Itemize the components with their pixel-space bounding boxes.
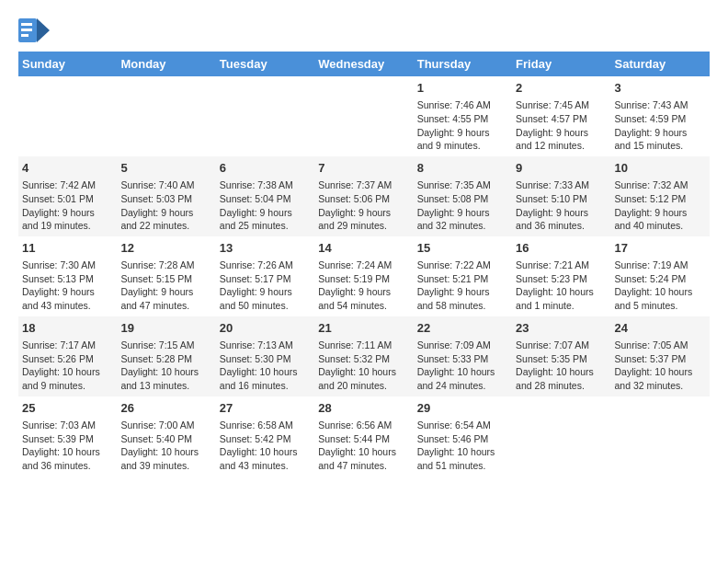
- day-info: Sunrise: 7:28 AM Sunset: 5:15 PM Dayligh…: [120, 259, 211, 313]
- weekday-header: Sunday: [18, 52, 117, 76]
- calendar-cell: 19Sunrise: 7:15 AM Sunset: 5:28 PM Dayli…: [117, 316, 215, 396]
- day-number: 29: [417, 400, 508, 417]
- day-info: Sunrise: 7:35 AM Sunset: 5:08 PM Dayligh…: [417, 178, 508, 233]
- day-number: 10: [615, 160, 706, 177]
- calendar-cell: 13Sunrise: 7:26 AM Sunset: 5:17 PM Dayli…: [216, 236, 314, 316]
- day-info: Sunrise: 7:32 AM Sunset: 5:12 PM Dayligh…: [615, 178, 706, 233]
- day-info: Sunrise: 7:03 AM Sunset: 5:39 PM Dayligh…: [22, 419, 113, 473]
- day-number: 28: [318, 400, 409, 417]
- calendar-cell: [216, 76, 314, 156]
- svg-rect-2: [21, 23, 32, 26]
- day-info: Sunrise: 7:15 AM Sunset: 5:28 PM Dayligh…: [120, 339, 211, 393]
- svg-marker-1: [37, 18, 50, 42]
- day-number: 20: [220, 320, 311, 337]
- calendar-week-row: 25Sunrise: 7:03 AM Sunset: 5:39 PM Dayli…: [18, 396, 710, 477]
- calendar-cell: 24Sunrise: 7:05 AM Sunset: 5:37 PM Dayli…: [611, 316, 710, 396]
- day-info: Sunrise: 7:37 AM Sunset: 5:06 PM Dayligh…: [318, 178, 409, 233]
- day-info: Sunrise: 7:30 AM Sunset: 5:13 PM Dayligh…: [22, 259, 113, 313]
- calendar-table: SundayMondayTuesdayWednesdayThursdayFrid…: [18, 52, 710, 477]
- day-number: 12: [120, 240, 211, 257]
- calendar-cell: 20Sunrise: 7:13 AM Sunset: 5:30 PM Dayli…: [216, 316, 314, 396]
- calendar-cell: 18Sunrise: 7:17 AM Sunset: 5:26 PM Dayli…: [18, 316, 117, 396]
- calendar-cell: [512, 396, 610, 477]
- calendar-cell: 25Sunrise: 7:03 AM Sunset: 5:39 PM Dayli…: [18, 396, 117, 477]
- calendar-week-row: 11Sunrise: 7:30 AM Sunset: 5:13 PM Dayli…: [18, 236, 710, 316]
- calendar-cell: [18, 76, 117, 156]
- calendar-cell: 22Sunrise: 7:09 AM Sunset: 5:33 PM Dayli…: [414, 316, 512, 396]
- day-info: Sunrise: 7:17 AM Sunset: 5:26 PM Dayligh…: [22, 339, 113, 393]
- day-info: Sunrise: 7:09 AM Sunset: 5:33 PM Dayligh…: [417, 339, 508, 393]
- calendar-cell: 12Sunrise: 7:28 AM Sunset: 5:15 PM Dayli…: [117, 236, 215, 316]
- day-number: 27: [220, 400, 311, 417]
- calendar-week-row: 18Sunrise: 7:17 AM Sunset: 5:26 PM Dayli…: [18, 316, 710, 396]
- calendar-cell: 9Sunrise: 7:33 AM Sunset: 5:10 PM Daylig…: [512, 156, 610, 236]
- day-number: 19: [120, 320, 211, 337]
- calendar-cell: 4Sunrise: 7:42 AM Sunset: 5:01 PM Daylig…: [18, 156, 117, 236]
- day-number: 1: [417, 80, 508, 97]
- day-info: Sunrise: 7:24 AM Sunset: 5:19 PM Dayligh…: [318, 259, 409, 313]
- calendar-cell: 6Sunrise: 7:38 AM Sunset: 5:04 PM Daylig…: [216, 156, 314, 236]
- calendar-cell: 1Sunrise: 7:46 AM Sunset: 4:55 PM Daylig…: [414, 76, 512, 156]
- calendar-cell: 2Sunrise: 7:45 AM Sunset: 4:57 PM Daylig…: [512, 76, 610, 156]
- svg-rect-4: [21, 34, 28, 37]
- logo-icon: [18, 18, 50, 42]
- weekday-header: Friday: [512, 52, 610, 76]
- calendar-cell: 21Sunrise: 7:11 AM Sunset: 5:32 PM Dayli…: [314, 316, 413, 396]
- calendar-cell: 8Sunrise: 7:35 AM Sunset: 5:08 PM Daylig…: [414, 156, 512, 236]
- day-number: 14: [318, 240, 409, 257]
- day-info: Sunrise: 7:05 AM Sunset: 5:37 PM Dayligh…: [615, 339, 706, 393]
- day-info: Sunrise: 7:11 AM Sunset: 5:32 PM Dayligh…: [318, 339, 409, 393]
- calendar-cell: 7Sunrise: 7:37 AM Sunset: 5:06 PM Daylig…: [314, 156, 413, 236]
- calendar-cell: 28Sunrise: 6:56 AM Sunset: 5:44 PM Dayli…: [314, 396, 413, 477]
- day-number: 6: [220, 160, 311, 177]
- weekday-header: Thursday: [414, 52, 512, 76]
- weekday-header: Wednesday: [314, 52, 413, 76]
- calendar-cell: 5Sunrise: 7:40 AM Sunset: 5:03 PM Daylig…: [117, 156, 215, 236]
- day-number: 24: [615, 320, 706, 337]
- day-number: 17: [615, 240, 706, 257]
- day-number: 23: [516, 320, 607, 337]
- day-number: 15: [417, 240, 508, 257]
- day-info: Sunrise: 7:43 AM Sunset: 4:59 PM Dayligh…: [615, 98, 706, 153]
- weekday-header: Tuesday: [216, 52, 314, 76]
- day-number: 8: [417, 160, 508, 177]
- day-number: 16: [516, 240, 607, 257]
- calendar-cell: [314, 76, 413, 156]
- day-info: Sunrise: 7:45 AM Sunset: 4:57 PM Dayligh…: [516, 98, 607, 153]
- day-info: Sunrise: 7:26 AM Sunset: 5:17 PM Dayligh…: [220, 259, 311, 313]
- day-number: 2: [516, 80, 607, 97]
- day-number: 22: [417, 320, 508, 337]
- weekday-header: Saturday: [611, 52, 710, 76]
- day-info: Sunrise: 6:54 AM Sunset: 5:46 PM Dayligh…: [417, 419, 508, 473]
- day-info: Sunrise: 7:38 AM Sunset: 5:04 PM Dayligh…: [220, 178, 311, 233]
- day-info: Sunrise: 7:00 AM Sunset: 5:40 PM Dayligh…: [120, 419, 211, 473]
- day-info: Sunrise: 7:22 AM Sunset: 5:21 PM Dayligh…: [417, 259, 508, 313]
- calendar-cell: 27Sunrise: 6:58 AM Sunset: 5:42 PM Dayli…: [216, 396, 314, 477]
- day-info: Sunrise: 7:19 AM Sunset: 5:24 PM Dayligh…: [615, 259, 706, 313]
- day-number: 25: [22, 400, 113, 417]
- day-number: 3: [615, 80, 706, 97]
- day-number: 5: [120, 160, 211, 177]
- calendar-cell: 17Sunrise: 7:19 AM Sunset: 5:24 PM Dayli…: [611, 236, 710, 316]
- calendar-cell: 3Sunrise: 7:43 AM Sunset: 4:59 PM Daylig…: [611, 76, 710, 156]
- svg-rect-3: [21, 29, 32, 31]
- day-info: Sunrise: 7:46 AM Sunset: 4:55 PM Dayligh…: [417, 98, 508, 153]
- logo: [18, 18, 53, 42]
- day-info: Sunrise: 7:07 AM Sunset: 5:35 PM Dayligh…: [516, 339, 607, 393]
- calendar-week-row: 4Sunrise: 7:42 AM Sunset: 5:01 PM Daylig…: [18, 156, 710, 236]
- calendar-cell: 16Sunrise: 7:21 AM Sunset: 5:23 PM Dayli…: [512, 236, 610, 316]
- day-number: 4: [22, 160, 113, 177]
- day-number: 21: [318, 320, 409, 337]
- day-number: 18: [22, 320, 113, 337]
- day-number: 13: [220, 240, 311, 257]
- calendar-week-row: 1Sunrise: 7:46 AM Sunset: 4:55 PM Daylig…: [18, 76, 710, 156]
- day-info: Sunrise: 7:42 AM Sunset: 5:01 PM Dayligh…: [22, 178, 113, 233]
- calendar-cell: 14Sunrise: 7:24 AM Sunset: 5:19 PM Dayli…: [314, 236, 413, 316]
- day-info: Sunrise: 6:58 AM Sunset: 5:42 PM Dayligh…: [220, 419, 311, 473]
- day-number: 9: [516, 160, 607, 177]
- calendar-cell: 29Sunrise: 6:54 AM Sunset: 5:46 PM Dayli…: [414, 396, 512, 477]
- calendar-cell: 11Sunrise: 7:30 AM Sunset: 5:13 PM Dayli…: [18, 236, 117, 316]
- day-info: Sunrise: 7:40 AM Sunset: 5:03 PM Dayligh…: [120, 178, 211, 233]
- weekday-header: Monday: [117, 52, 215, 76]
- day-info: Sunrise: 6:56 AM Sunset: 5:44 PM Dayligh…: [318, 419, 409, 473]
